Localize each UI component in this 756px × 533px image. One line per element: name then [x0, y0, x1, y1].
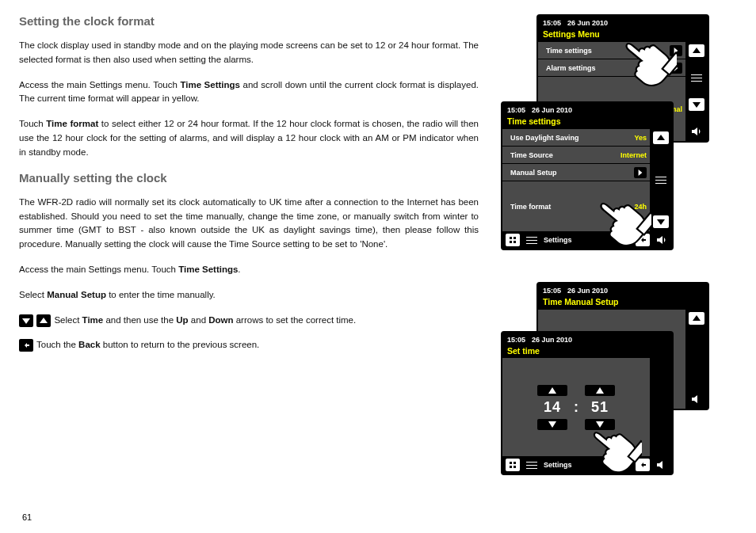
svg-marker-16 — [548, 387, 556, 394]
menu-lines-icon — [689, 71, 704, 84]
back-button[interactable] — [636, 459, 650, 471]
minutes-down-button[interactable] — [585, 419, 615, 430]
back-button[interactable] — [636, 234, 650, 246]
chevron-right-icon — [634, 167, 647, 178]
svg-marker-1 — [40, 318, 48, 323]
scroll-up-button[interactable] — [653, 131, 669, 144]
svg-marker-8 — [657, 135, 665, 140]
clock-time: 15:05 — [507, 106, 525, 114]
heading-clock-format: Setting the clock format — [19, 14, 479, 28]
svg-marker-5 — [693, 102, 701, 108]
heading-manual-clock: Manually setting the clock — [19, 171, 479, 185]
scroll-up-button[interactable] — [689, 312, 704, 325]
clock-time: 15:05 — [543, 19, 561, 27]
para-1: The clock display used in standby mode a… — [19, 39, 479, 67]
para-8: Touch the Back button to return to the p… — [19, 338, 479, 352]
screen-set-time: 15:0526 Jun 2010 Set time 14 : — [501, 331, 674, 475]
minutes-value: 51 — [591, 398, 609, 417]
hours-value: 14 — [544, 398, 561, 417]
svg-marker-4 — [693, 48, 701, 53]
speaker-icon[interactable] — [689, 125, 704, 138]
svg-rect-13 — [514, 241, 516, 243]
settings-label: Settings — [544, 461, 572, 469]
scroll-down-button[interactable] — [689, 98, 704, 111]
clock-date: 26 Jun 2010 — [567, 287, 608, 295]
page-number: 61 — [22, 512, 32, 522]
svg-marker-18 — [596, 387, 604, 394]
row-time-settings[interactable]: Time settings — [538, 41, 685, 59]
grid-icon[interactable] — [506, 459, 520, 471]
chevron-right-icon — [670, 45, 682, 56]
para-2: Access the main Settings menu. Touch Tim… — [19, 78, 479, 107]
screen-title: Time Manual Setup — [538, 295, 708, 309]
para-6: Select Manual Setup to enter the time ma… — [19, 288, 479, 303]
svg-rect-10 — [510, 237, 512, 239]
time-separator: : — [574, 399, 578, 416]
svg-marker-15 — [693, 315, 701, 321]
menu-lines-icon — [653, 173, 669, 186]
grid-icon[interactable] — [506, 234, 520, 246]
clock-date: 26 Jun 2010 — [532, 336, 572, 344]
row-alarm-settings[interactable]: Alarm settings — [538, 59, 685, 76]
settings-label: Settings — [544, 236, 572, 244]
clock-time: 15:05 — [507, 336, 525, 344]
row-daylight-saving[interactable]: Use Daylight SavingYes — [502, 128, 650, 146]
svg-marker-3 — [674, 65, 678, 71]
svg-rect-22 — [510, 466, 512, 468]
svg-marker-17 — [548, 421, 556, 428]
para-4: The WFR-2D radio will normally set its c… — [19, 196, 479, 252]
chevron-right-icon — [670, 63, 682, 74]
row-time-source[interactable]: Time SourceInternet — [502, 146, 650, 163]
speaker-icon[interactable] — [655, 234, 669, 246]
screen-title: Time settings — [502, 114, 672, 128]
minutes-spinner: 51 — [585, 385, 615, 430]
row-time-format[interactable]: Time format24h — [502, 181, 650, 231]
svg-marker-2 — [674, 48, 678, 54]
svg-rect-11 — [514, 237, 516, 239]
clock-date: 26 Jun 2010 — [567, 19, 608, 27]
scroll-up-button[interactable] — [689, 44, 704, 57]
screen-time-settings: 15:0526 Jun 2010 Time settings Use Dayli… — [501, 101, 674, 250]
minutes-up-button[interactable] — [585, 385, 615, 396]
svg-rect-23 — [514, 466, 516, 468]
clock-date: 26 Jun 2010 — [532, 106, 572, 114]
speaker-icon[interactable] — [655, 459, 669, 471]
para-3: Touch Time format to select either 12 or… — [19, 117, 479, 159]
hours-down-button[interactable] — [537, 419, 567, 430]
up-arrow-icon — [36, 314, 51, 327]
svg-marker-7 — [639, 169, 643, 176]
screen-title: Settings Menu — [538, 27, 708, 41]
hours-up-button[interactable] — [537, 385, 567, 396]
svg-marker-9 — [657, 219, 665, 225]
para-7: Select Time and then use the Up and Down… — [19, 314, 479, 328]
svg-rect-21 — [514, 462, 516, 464]
clock-time: 15:05 — [543, 287, 561, 295]
hours-spinner: 14 — [537, 385, 567, 430]
svg-rect-12 — [510, 241, 512, 243]
menu-lines-icon[interactable] — [525, 459, 539, 471]
row-manual-setup[interactable]: Manual Setup — [502, 163, 650, 181]
screen-title: Set time — [502, 344, 672, 358]
scroll-down-button[interactable] — [653, 215, 669, 228]
back-icon — [19, 339, 33, 352]
menu-lines-icon[interactable] — [525, 234, 539, 246]
svg-marker-0 — [22, 318, 30, 324]
svg-marker-19 — [596, 421, 604, 428]
svg-rect-20 — [510, 462, 512, 464]
down-arrow-icon — [19, 314, 33, 327]
speaker-icon[interactable] — [689, 393, 704, 405]
para-5: Access the main Settings menu. Touch Tim… — [19, 263, 479, 277]
